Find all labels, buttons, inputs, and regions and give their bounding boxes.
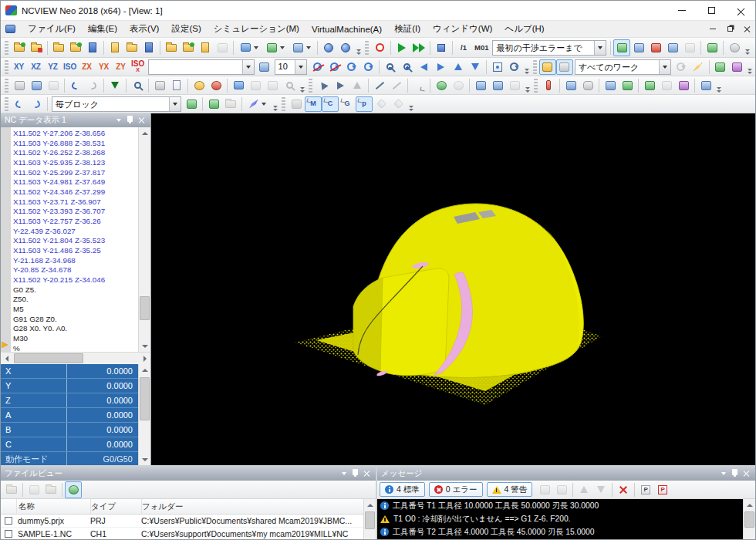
toolbar-grip[interactable] — [533, 60, 537, 74]
view-yz-button[interactable]: YZ — [45, 59, 62, 75]
model-compare-button[interactable] — [433, 78, 450, 93]
msg-pause-clear-button[interactable]: P — [654, 481, 671, 498]
toolbar-grip[interactable] — [282, 97, 285, 111]
rotate-x-plus-button[interactable] — [326, 59, 343, 75]
sim-edit-button[interactable] — [681, 39, 698, 56]
select-cursor-button[interactable] — [315, 78, 332, 93]
print-button[interactable] — [151, 78, 168, 93]
open-machine-button[interactable] — [28, 39, 45, 56]
nc-line[interactable]: % — [13, 344, 138, 352]
nc-line[interactable]: X11.503 Y-21.486 Z-35.25 — [13, 246, 138, 256]
run-button[interactable] — [393, 39, 410, 56]
message-pin-button[interactable] — [730, 469, 740, 479]
jump-to-block-button[interactable] — [106, 78, 123, 93]
menu-virtualmachine[interactable]: VirtualMachine(A) — [305, 23, 388, 35]
view-yx-button[interactable]: YX — [96, 59, 113, 75]
message-caption[interactable]: メッセージ — [377, 467, 755, 481]
work-filter-combobox[interactable]: すべてのワーク — [575, 59, 671, 75]
machine-monitor-button[interactable] — [562, 78, 579, 93]
nc-editor-button[interactable] — [84, 39, 101, 56]
tool-set-button[interactable] — [602, 78, 619, 93]
work-stack-button[interactable] — [712, 59, 729, 75]
filter-standard-button[interactable]: 4 標準 — [380, 482, 425, 497]
msg-clear-button[interactable] — [615, 481, 632, 498]
menu-simulation[interactable]: シミュレーション(M) — [208, 22, 305, 36]
toolbar-overflow[interactable] — [272, 97, 278, 111]
trace-d-button[interactable] — [288, 96, 305, 112]
measure-point-button[interactable] — [349, 78, 366, 93]
message-scrollbar[interactable] — [743, 499, 755, 540]
toolbar-grip[interactable] — [5, 60, 8, 74]
rotate-y-plus-button[interactable] — [359, 59, 376, 75]
view-mode-dropdown[interactable] — [236, 39, 262, 56]
rotate-x-minus-button[interactable] — [309, 59, 326, 75]
file-row[interactable]: dummy5.prjx PRJ C:¥Users¥Public¥Document… — [1, 515, 363, 528]
nc-line[interactable]: X11.502 Y-23.393 Z-36.707 — [13, 207, 138, 217]
file-view-close-button[interactable] — [362, 469, 372, 479]
menu-edit[interactable]: 編集(E) — [82, 22, 123, 36]
message-row[interactable]: 工具番号 T1 工具径 10.0000 工具長 50.0000 刃長 30.00… — [377, 499, 743, 512]
view-xy-button[interactable]: XY — [11, 59, 28, 75]
sim-delete-button[interactable] — [647, 39, 664, 56]
database-button[interactable] — [579, 78, 596, 93]
view-preset-combobox[interactable] — [148, 59, 255, 75]
filter-error-button[interactable]: 0 エラー — [429, 482, 483, 497]
add-tool-button[interactable] — [180, 39, 197, 56]
nc-line[interactable]: X11.502 Y-20.215 Z-34.046 — [13, 275, 138, 285]
open-work-button[interactable] — [123, 39, 140, 56]
window-layout-dropdown[interactable] — [289, 39, 315, 56]
tool-display-button[interactable] — [540, 78, 557, 93]
message-row[interactable]: T1 O0 : 冷却剤が出ていません ==> G1 Z-6. F200. — [377, 512, 743, 525]
file-view-menu-button[interactable] — [339, 469, 349, 479]
menu-view[interactable]: 表示(V) — [123, 22, 165, 36]
view-zy-button[interactable]: ZY — [113, 59, 130, 75]
toggle-c-display[interactable]: C — [322, 96, 339, 112]
col-name[interactable]: 名称 — [16, 499, 90, 514]
menu-verify[interactable]: 検証(I) — [388, 22, 427, 36]
hand-rotate-button[interactable] — [208, 78, 224, 93]
nc-line[interactable]: X11.503 Y-22.757 Z-36.26 — [13, 217, 138, 227]
message-menu-button[interactable] — [718, 469, 728, 479]
nc-line[interactable]: X11.503 Y-24.981 Z-37.649 — [13, 177, 138, 187]
col-type[interactable]: タイプ — [90, 499, 141, 514]
undo-button[interactable] — [67, 78, 84, 93]
nc-monitor2-button[interactable] — [658, 78, 675, 93]
nc-line[interactable]: G0 Z5. — [13, 285, 138, 295]
file-open-button[interactable] — [42, 481, 59, 498]
exec-mode-combobox[interactable]: 毎ブロック — [52, 96, 181, 112]
toggle-m-display[interactable]: M — [305, 96, 322, 112]
tool-catalog-button[interactable] — [619, 78, 636, 93]
toolbar-overflow[interactable] — [299, 79, 305, 93]
msg-jump-button[interactable] — [536, 481, 553, 498]
toolbar-grip[interactable] — [534, 79, 538, 93]
scroll-right-button[interactable] — [139, 353, 150, 364]
scroll-up-button[interactable] — [364, 499, 376, 511]
mdi-document-icon[interactable] — [5, 25, 15, 33]
find-button[interactable] — [129, 78, 146, 93]
stopwatch-button[interactable] — [371, 39, 388, 56]
add-nc-button[interactable] — [67, 39, 84, 56]
nc-line[interactable]: M5 — [13, 305, 138, 315]
stock-display-button[interactable] — [726, 39, 743, 56]
new-work-button[interactable] — [106, 39, 123, 56]
toolbar-overflow[interactable] — [524, 79, 531, 93]
comment-button[interactable] — [247, 78, 264, 93]
msg-pause-button[interactable]: P — [637, 481, 654, 498]
open-nc-button[interactable] — [50, 39, 67, 56]
mdi-close-button[interactable] — [738, 21, 755, 37]
table2-button[interactable] — [506, 78, 523, 93]
copy-button[interactable] — [28, 78, 45, 93]
pan-down-button[interactable] — [467, 59, 484, 75]
checkbox[interactable] — [5, 530, 12, 538]
context-help-button[interactable] — [337, 39, 354, 56]
restart-here-button[interactable] — [28, 96, 45, 112]
grid-display-button[interactable] — [729, 59, 746, 75]
rotate-y-minus-button[interactable] — [343, 59, 359, 75]
nc-panel-caption[interactable]: NC データ表示 1 — [1, 113, 150, 127]
menu-help[interactable]: ヘルプ(H) — [498, 22, 550, 36]
mdi-restore-button[interactable] — [721, 21, 738, 37]
sim-insert-button[interactable] — [630, 39, 647, 56]
run-fast-button[interactable] — [410, 39, 427, 56]
list-button[interactable] — [697, 78, 714, 93]
stop-button[interactable] — [433, 39, 450, 56]
